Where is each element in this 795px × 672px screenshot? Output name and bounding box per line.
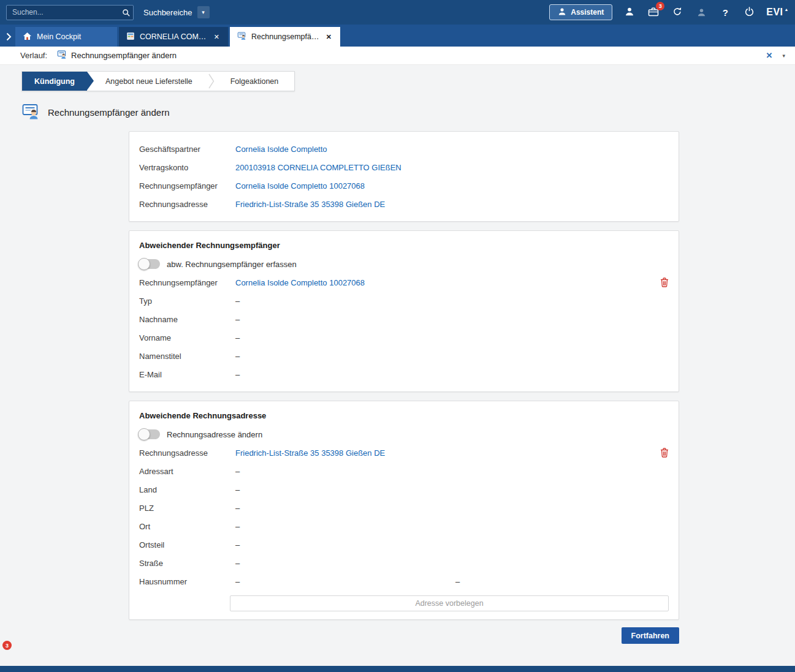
field-label: Namenstitel — [139, 352, 235, 361]
field-row: Adressart – — [139, 462, 669, 480]
field-label: Typ — [139, 296, 235, 306]
adresse-vorbelegen-button[interactable]: Adresse vorbelegen — [230, 595, 669, 611]
search-scope-dropdown[interactable]: Suchbereiche ▾ — [143, 6, 210, 18]
step-kuendigung[interactable]: Kündigung — [22, 72, 87, 91]
field-label: Straße — [139, 559, 235, 568]
field-row: Vorname – — [139, 328, 669, 347]
power-icon — [745, 7, 754, 18]
field-value-secondary: – — [455, 577, 653, 586]
tab-label: CORNELIA COMPLE... — [140, 32, 208, 41]
field-row-hausnummer: Hausnummer – – — [139, 572, 669, 591]
field-label: Rechnungsadresse — [139, 448, 235, 458]
field-label: Geschäftspartner — [139, 145, 235, 154]
continue-button[interactable]: Fortfahren — [622, 627, 680, 644]
geschaeftspartner-link[interactable]: Cornelia Isolde Completto — [235, 145, 653, 154]
field-label: Rechnungsempfänger — [139, 278, 235, 287]
field-label: Ort — [139, 522, 235, 531]
notification-corner-badge[interactable]: 3 — [2, 641, 12, 650]
page-title: Rechnungsempfänger ändern — [48, 107, 169, 118]
rechnungsempfaenger-link[interactable]: Cornelia Isolde Completto 10027068 — [235, 278, 653, 287]
tab-rechnungsempfaenger[interactable]: Rechnungsempfäng... ✕ — [230, 27, 340, 47]
inbox-button[interactable]: 3 — [647, 6, 660, 19]
search-icon[interactable] — [120, 7, 132, 18]
field-row: Ort – — [139, 517, 669, 535]
assistant-button[interactable]: Assistent — [549, 4, 612, 20]
topbar: Suchbereiche ▾ Assistent 3 ? — [0, 0, 795, 25]
field-row: PLZ – — [139, 499, 669, 517]
step-separator — [208, 72, 215, 91]
trash-icon[interactable] — [660, 277, 669, 287]
document-icon — [126, 32, 135, 42]
field-value: – — [235, 504, 653, 513]
step-folgeaktionen[interactable]: Folgeaktionen — [215, 72, 295, 91]
field-label: PLZ — [139, 504, 235, 513]
tab-mein-cockpit[interactable]: Mein Cockpit — [15, 27, 117, 47]
footer-actions: Fortfahren — [129, 627, 679, 644]
field-label: Vertragskonto — [139, 163, 235, 172]
invoice-recipient-icon — [21, 102, 40, 123]
vertragskonto-link[interactable]: 200103918 CORNELIA COMPLETTO GIEßEN — [235, 163, 653, 172]
user-button[interactable] — [623, 6, 636, 19]
history-bar: Verlauf: Rechnungsempfänger ändern ✕ ▾ — [0, 47, 795, 65]
close-icon[interactable]: ✕ — [325, 32, 333, 42]
invoice-recipient-icon — [57, 50, 67, 61]
field-label: Vorname — [139, 333, 235, 342]
field-value: – — [235, 333, 653, 342]
search-scope-label: Suchbereiche — [143, 8, 192, 17]
rechnungsempfaenger-link[interactable]: Cornelia Isolde Completto 10027068 — [235, 181, 653, 191]
toggle-abw-rechnungsempfaenger[interactable] — [139, 259, 160, 269]
step-label: Folgeaktionen — [230, 77, 279, 86]
field-value: – — [235, 352, 653, 361]
help-button[interactable]: ? — [718, 6, 732, 19]
rechnungsadresse-link[interactable]: Friedrich-List-Straße 35 35398 Gießen DE — [235, 200, 653, 209]
close-icon[interactable]: ✕ — [213, 32, 221, 42]
tab-bar: Mein Cockpit CORNELIA COMPLE... ✕ Rechnu… — [0, 25, 795, 47]
field-value: – — [235, 577, 455, 586]
global-search — [6, 5, 134, 20]
search-input[interactable] — [6, 5, 134, 20]
topbar-actions: Assistent 3 ? EVI ▲ — [549, 4, 789, 20]
field-row: E-Mail – — [139, 365, 669, 383]
bottom-bar — [0, 666, 795, 672]
brand-logo: EVI ▲ — [766, 7, 789, 18]
field-value: – — [235, 522, 653, 531]
field-row: Rechnungsadresse Friedrich-List-Straße 3… — [139, 195, 669, 213]
field-row: Namenstitel – — [139, 347, 669, 365]
close-icon[interactable]: ✕ — [766, 51, 773, 60]
field-value: – — [235, 559, 653, 568]
step-label: Kündigung — [34, 77, 75, 86]
chevron-right-icon[interactable] — [2, 27, 15, 47]
toggle-row: abw. Rechnungsempfänger erfassen — [139, 255, 669, 273]
user-icon — [625, 7, 634, 18]
field-label: Hausnummer — [139, 577, 235, 586]
tab-label: Rechnungsempfäng... — [251, 32, 320, 41]
card-title: Abweichender Rechnungsempfänger — [139, 241, 669, 250]
redo-icon — [672, 7, 682, 18]
field-row: Ortsteil – — [139, 535, 669, 554]
field-label: Rechnungsadresse — [139, 200, 235, 209]
chevron-down-icon[interactable]: ▾ — [782, 53, 785, 59]
redo-button[interactable] — [671, 6, 684, 19]
trash-icon[interactable] — [660, 448, 669, 458]
recipient-card: Abweichender Rechnungsempfänger abw. Rec… — [129, 230, 679, 392]
rechnungsadresse-link[interactable]: Friedrich-List-Straße 35 35398 Gießen DE — [235, 448, 653, 458]
brand-text: EVI — [766, 7, 783, 18]
field-row: Typ – — [139, 292, 669, 310]
step-angebot-neue-lieferstelle[interactable]: Angebot neue Lieferstelle — [87, 72, 208, 91]
home-icon — [23, 32, 32, 42]
tab-cornelia-completto[interactable]: CORNELIA COMPLE... ✕ — [119, 27, 228, 47]
field-row: Nachname – — [139, 310, 669, 328]
assistant-label: Assistent — [571, 8, 604, 17]
toggle-rechnungsadresse-aendern[interactable] — [139, 429, 160, 439]
summary-card: Geschäftspartner Cornelia Isolde Complet… — [129, 131, 679, 222]
field-value: – — [235, 485, 653, 494]
field-label: E-Mail — [139, 370, 235, 379]
history-item-label: Rechnungsempfänger ändern — [71, 51, 177, 60]
field-label: Rechnungsempfänger — [139, 181, 235, 191]
field-value: – — [235, 370, 653, 379]
logout-button[interactable] — [742, 6, 756, 19]
tab-label: Mein Cockpit — [37, 32, 110, 41]
history-current-item[interactable]: Rechnungsempfänger ändern — [57, 50, 177, 61]
page-header: Rechnungsempfänger ändern — [21, 102, 795, 123]
history-label: Verlauf: — [20, 51, 47, 60]
